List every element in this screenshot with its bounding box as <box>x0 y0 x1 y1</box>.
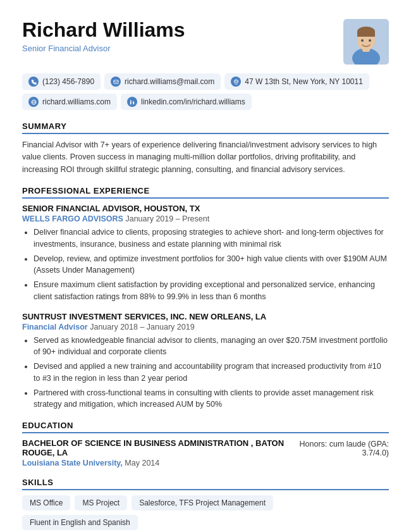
phone-value: (123) 456-7890 <box>42 77 94 86</box>
education-section: EDUCATION BACHELOR OF SCIENCE IN BUSINES… <box>22 421 389 467</box>
job-1-company: WELLS FARGO ADVISORS <box>22 214 123 223</box>
contact-linkedin: linkedin.com/in/richard.williams <box>121 94 252 110</box>
experience-section: PROFESSIONAL EXPERIENCE SENIOR FINANCIAL… <box>22 186 389 411</box>
edu-school-name: Louisiana State University, <box>22 459 123 467</box>
list-item: Served as knowledgeable financial adviso… <box>34 335 389 359</box>
skills-section: SKILLS MS Office MS Project Salesforce, … <box>22 478 389 530</box>
skills-title: SKILLS <box>22 478 389 490</box>
list-item: Deliver financial advice to clients, pro… <box>34 226 389 251</box>
contact-website: richard.williams.com <box>22 94 117 110</box>
education-row: BACHELOR OF SCIENCE IN BUSINESS ADMINIST… <box>22 438 389 467</box>
location-icon <box>231 77 241 87</box>
list-item: Ensure maximum client satisfaction by pr… <box>34 279 389 303</box>
edu-honors: Honors: cum laude (GPA: 3.7/4.0) <box>288 438 389 457</box>
job-1-dates: January 2019 – Present <box>125 214 209 223</box>
candidate-name: Richard Williams <box>22 19 185 41</box>
summary-title: SUMMARY <box>22 121 389 134</box>
svg-point-9 <box>235 80 237 82</box>
skill-chip: MS Project <box>75 495 127 510</box>
contact-row: (123) 456-7890 richard.williams@mail.com… <box>22 73 389 110</box>
skill-chip: MS Office <box>22 495 70 510</box>
list-item: Devised and applied a new training and a… <box>34 361 389 385</box>
email-icon <box>111 77 121 87</box>
job-1-title: SENIOR FINANCIAL ADVISOR, Houston, TX <box>22 204 389 213</box>
summary-section: SUMMARY Financial Advisor with 7+ years … <box>22 121 389 176</box>
job-2-dates: January 2018 – January 2019 <box>90 323 194 331</box>
edu-school-line: Louisiana State University, May 2014 <box>22 459 288 467</box>
skill-chip: Salesforce, TFS Project Management <box>132 495 273 510</box>
job-2-company-line: Financial Advisor January 2018 – January… <box>22 323 389 331</box>
avatar <box>343 19 389 65</box>
skill-chip: Fluent in English and Spanish <box>22 515 138 530</box>
svg-point-13 <box>130 99 131 101</box>
svg-rect-5 <box>357 32 375 37</box>
job-2: SUNTRUST INVESTMENT SERVICES, INC. New O… <box>22 312 389 411</box>
job-2-title: SUNTRUST INVESTMENT SERVICES, INC. New O… <box>22 312 389 321</box>
linkedin-icon <box>127 97 137 107</box>
edu-date: May 2014 <box>125 459 159 467</box>
svg-rect-8 <box>113 80 118 83</box>
job-1: SENIOR FINANCIAL ADVISOR, Houston, TX WE… <box>22 204 389 303</box>
job-2-role: Financial Advisor <box>22 323 88 331</box>
contact-phone: (123) 456-7890 <box>22 73 101 90</box>
job-1-bullets: Deliver financial advice to clients, pro… <box>22 226 389 303</box>
summary-text: Financial Advisor with 7+ years of exper… <box>22 139 389 176</box>
list-item: Partnered with cross-functional teams in… <box>34 387 389 411</box>
website-value: richard.williams.com <box>42 97 111 106</box>
education-left: BACHELOR OF SCIENCE IN BUSINESS ADMINIST… <box>22 438 288 467</box>
header-left: Richard Williams Senior Financial Adviso… <box>22 19 185 53</box>
email-value: richard.williams@mail.com <box>125 77 214 86</box>
svg-rect-12 <box>130 101 131 104</box>
education-title: EDUCATION <box>22 421 389 433</box>
svg-point-6 <box>361 39 364 42</box>
globe-icon <box>28 97 39 107</box>
job-1-company-line: WELLS FARGO ADVISORS January 2019 – Pres… <box>22 214 389 223</box>
job-2-bullets: Served as knowledgeable financial adviso… <box>22 335 389 411</box>
candidate-title: Senior Financial Advisor <box>22 44 185 53</box>
resume-header: Richard Williams Senior Financial Adviso… <box>22 19 389 65</box>
contact-address: 47 W 13th St, New York, NY 10011 <box>224 73 369 90</box>
address-value: 47 W 13th St, New York, NY 10011 <box>245 77 363 86</box>
phone-icon <box>28 77 39 87</box>
avatar-svg <box>343 19 389 65</box>
edu-degree: BACHELOR OF SCIENCE IN BUSINESS ADMINIST… <box>22 438 288 457</box>
list-item: Develop, review, and optimize investment… <box>34 253 389 277</box>
skills-row: MS Office MS Project Salesforce, TFS Pro… <box>22 495 389 530</box>
svg-point-7 <box>369 39 371 42</box>
linkedin-value: linkedin.com/in/richard.williams <box>141 97 245 106</box>
experience-title: PROFESSIONAL EXPERIENCE <box>22 186 389 199</box>
contact-email: richard.williams@mail.com <box>104 73 221 90</box>
